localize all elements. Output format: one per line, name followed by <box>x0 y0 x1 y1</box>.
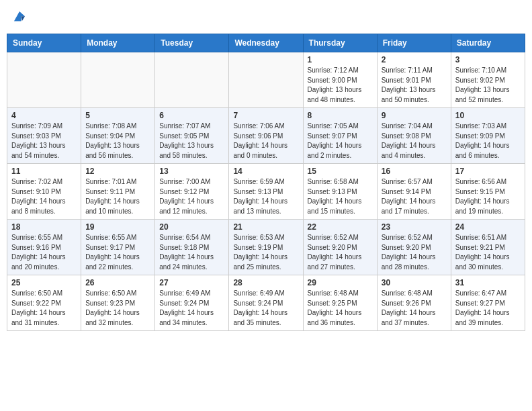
day-info: Sunrise: 7:04 AM Sunset: 9:08 PM Dayligh… <box>382 122 447 161</box>
day-info: Sunrise: 6:52 AM Sunset: 9:20 PM Dayligh… <box>308 233 373 272</box>
day-number: 21 <box>233 222 298 232</box>
col-header-friday: Friday <box>377 34 451 52</box>
day-number: 9 <box>382 111 447 120</box>
calendar-cell: 22Sunrise: 6:52 AM Sunset: 9:20 PM Dayli… <box>303 220 377 275</box>
day-info: Sunrise: 6:50 AM Sunset: 9:22 PM Dayligh… <box>11 289 77 328</box>
day-info: Sunrise: 6:47 AM Sunset: 9:27 PM Dayligh… <box>455 289 521 328</box>
calendar-cell: 17Sunrise: 6:56 AM Sunset: 9:15 PM Dayli… <box>451 164 525 220</box>
day-number: 28 <box>233 278 298 287</box>
calendar-cell: 18Sunrise: 6:55 AM Sunset: 9:16 PM Dayli… <box>7 220 81 275</box>
calendar-cell: 21Sunrise: 6:53 AM Sunset: 9:19 PM Dayli… <box>229 220 303 275</box>
day-info: Sunrise: 6:57 AM Sunset: 9:14 PM Dayligh… <box>382 177 447 216</box>
day-number: 10 <box>455 111 521 120</box>
col-header-monday: Monday <box>81 34 155 52</box>
day-number: 5 <box>85 111 150 120</box>
calendar-cell: 2Sunrise: 7:11 AM Sunset: 9:01 PM Daylig… <box>377 52 451 108</box>
day-number: 12 <box>85 167 150 176</box>
day-number: 26 <box>85 278 150 287</box>
day-number: 16 <box>382 167 447 176</box>
day-info: Sunrise: 6:48 AM Sunset: 9:25 PM Dayligh… <box>308 289 373 328</box>
calendar-cell: 31Sunrise: 6:47 AM Sunset: 9:27 PM Dayli… <box>451 275 525 331</box>
calendar-cell: 16Sunrise: 6:57 AM Sunset: 9:14 PM Dayli… <box>377 164 451 220</box>
calendar-cell: 24Sunrise: 6:51 AM Sunset: 9:21 PM Dayli… <box>451 220 525 275</box>
day-number: 14 <box>233 167 298 176</box>
day-info: Sunrise: 6:49 AM Sunset: 9:24 PM Dayligh… <box>159 289 224 328</box>
day-number: 20 <box>159 222 224 232</box>
day-info: Sunrise: 6:51 AM Sunset: 9:21 PM Dayligh… <box>455 233 521 272</box>
day-number: 11 <box>11 167 77 176</box>
calendar-cell: 10Sunrise: 7:03 AM Sunset: 9:09 PM Dayli… <box>451 108 525 164</box>
calendar-cell: 14Sunrise: 6:59 AM Sunset: 9:13 PM Dayli… <box>229 164 303 220</box>
day-number: 8 <box>308 111 373 120</box>
week-row-2: 4Sunrise: 7:09 AM Sunset: 9:03 PM Daylig… <box>7 108 525 164</box>
day-info: Sunrise: 7:12 AM Sunset: 9:00 PM Dayligh… <box>308 66 373 105</box>
calendar-cell: 27Sunrise: 6:49 AM Sunset: 9:24 PM Dayli… <box>155 275 229 331</box>
day-number: 31 <box>455 278 521 287</box>
calendar-cell: 4Sunrise: 7:09 AM Sunset: 9:03 PM Daylig… <box>7 108 81 164</box>
day-info: Sunrise: 7:09 AM Sunset: 9:03 PM Dayligh… <box>11 122 77 161</box>
day-number: 23 <box>382 222 447 232</box>
calendar-cell: 19Sunrise: 6:55 AM Sunset: 9:17 PM Dayli… <box>81 220 155 275</box>
day-info: Sunrise: 6:55 AM Sunset: 9:17 PM Dayligh… <box>85 233 150 272</box>
day-number: 6 <box>159 111 224 120</box>
calendar-cell: 25Sunrise: 6:50 AM Sunset: 9:22 PM Dayli… <box>7 275 81 331</box>
calendar-cell: 13Sunrise: 7:00 AM Sunset: 9:12 PM Dayli… <box>155 164 229 220</box>
day-number: 3 <box>455 55 521 64</box>
calendar-cell <box>229 52 303 108</box>
day-number: 15 <box>308 167 373 176</box>
calendar-cell: 6Sunrise: 7:07 AM Sunset: 9:05 PM Daylig… <box>155 108 229 164</box>
day-info: Sunrise: 6:56 AM Sunset: 9:15 PM Dayligh… <box>455 177 521 216</box>
day-info: Sunrise: 6:53 AM Sunset: 9:19 PM Dayligh… <box>233 233 298 272</box>
day-number: 1 <box>308 55 373 64</box>
col-header-thursday: Thursday <box>303 34 377 52</box>
day-info: Sunrise: 6:49 AM Sunset: 9:24 PM Dayligh… <box>233 289 298 328</box>
day-info: Sunrise: 6:48 AM Sunset: 9:26 PM Dayligh… <box>382 289 447 328</box>
day-info: Sunrise: 6:58 AM Sunset: 9:13 PM Dayligh… <box>308 177 373 216</box>
calendar-cell: 15Sunrise: 6:58 AM Sunset: 9:13 PM Dayli… <box>303 164 377 220</box>
calendar-cell: 20Sunrise: 6:54 AM Sunset: 9:18 PM Dayli… <box>155 220 229 275</box>
day-info: Sunrise: 6:52 AM Sunset: 9:20 PM Dayligh… <box>382 233 447 272</box>
day-info: Sunrise: 6:54 AM Sunset: 9:18 PM Dayligh… <box>159 233 224 272</box>
day-number: 2 <box>382 55 447 64</box>
day-number: 27 <box>159 278 224 287</box>
calendar-cell: 9Sunrise: 7:04 AM Sunset: 9:08 PM Daylig… <box>377 108 451 164</box>
col-header-sunday: Sunday <box>7 34 81 52</box>
calendar-cell: 3Sunrise: 7:10 AM Sunset: 9:02 PM Daylig… <box>451 52 525 108</box>
day-info: Sunrise: 6:59 AM Sunset: 9:13 PM Dayligh… <box>233 177 298 216</box>
day-number: 22 <box>308 222 373 232</box>
day-info: Sunrise: 7:03 AM Sunset: 9:09 PM Dayligh… <box>455 122 521 161</box>
day-number: 4 <box>11 111 77 120</box>
calendar-cell: 26Sunrise: 6:50 AM Sunset: 9:23 PM Dayli… <box>81 275 155 331</box>
day-number: 24 <box>455 222 521 232</box>
day-number: 19 <box>85 222 150 232</box>
day-info: Sunrise: 6:55 AM Sunset: 9:16 PM Dayligh… <box>11 233 77 272</box>
day-info: Sunrise: 7:05 AM Sunset: 9:07 PM Dayligh… <box>308 122 373 161</box>
day-info: Sunrise: 7:11 AM Sunset: 9:01 PM Dayligh… <box>382 66 447 105</box>
week-row-4: 18Sunrise: 6:55 AM Sunset: 9:16 PM Dayli… <box>7 220 525 275</box>
logo <box>12 9 28 28</box>
col-header-tuesday: Tuesday <box>155 34 229 52</box>
calendar-cell: 8Sunrise: 7:05 AM Sunset: 9:07 PM Daylig… <box>303 108 377 164</box>
col-header-saturday: Saturday <box>451 34 525 52</box>
calendar-cell: 12Sunrise: 7:01 AM Sunset: 9:11 PM Dayli… <box>81 164 155 220</box>
day-info: Sunrise: 7:00 AM Sunset: 9:12 PM Dayligh… <box>159 177 224 216</box>
calendar-cell: 28Sunrise: 6:49 AM Sunset: 9:24 PM Dayli… <box>229 275 303 331</box>
calendar-cell: 7Sunrise: 7:06 AM Sunset: 9:06 PM Daylig… <box>229 108 303 164</box>
day-info: Sunrise: 6:50 AM Sunset: 9:23 PM Dayligh… <box>85 289 150 328</box>
calendar-cell: 29Sunrise: 6:48 AM Sunset: 9:25 PM Dayli… <box>303 275 377 331</box>
day-number: 13 <box>159 167 224 176</box>
day-info: Sunrise: 7:08 AM Sunset: 9:04 PM Dayligh… <box>85 122 150 161</box>
calendar-cell <box>7 52 81 108</box>
day-info: Sunrise: 7:10 AM Sunset: 9:02 PM Dayligh… <box>455 66 521 105</box>
day-number: 29 <box>308 278 373 287</box>
week-row-1: 1Sunrise: 7:12 AM Sunset: 9:00 PM Daylig… <box>7 52 525 108</box>
calendar-cell <box>155 52 229 108</box>
logo-icon <box>12 9 27 24</box>
calendar-cell: 5Sunrise: 7:08 AM Sunset: 9:04 PM Daylig… <box>81 108 155 164</box>
calendar-cell: 1Sunrise: 7:12 AM Sunset: 9:00 PM Daylig… <box>303 52 377 108</box>
day-info: Sunrise: 7:02 AM Sunset: 9:10 PM Dayligh… <box>11 177 77 216</box>
calendar-table: SundayMondayTuesdayWednesdayThursdayFrid… <box>7 34 525 331</box>
page-header <box>7 7 525 31</box>
calendar-header-row: SundayMondayTuesdayWednesdayThursdayFrid… <box>7 34 525 52</box>
col-header-wednesday: Wednesday <box>229 34 303 52</box>
